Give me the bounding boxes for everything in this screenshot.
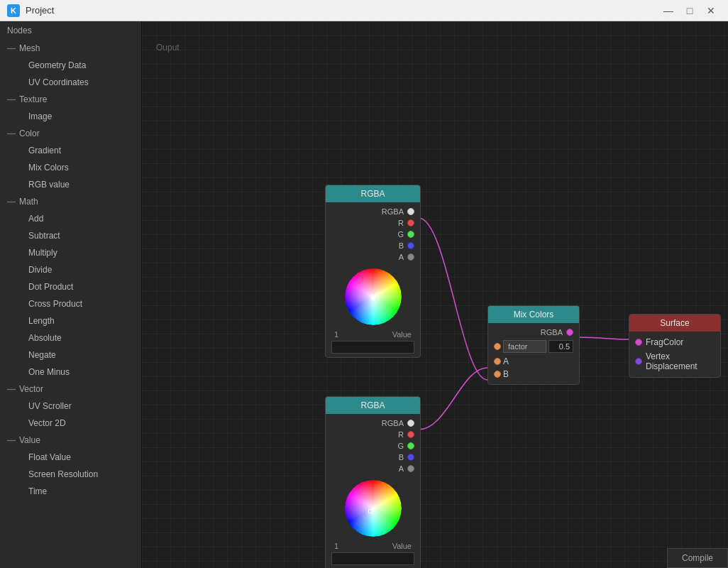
- surface-frag-port[interactable]: [635, 339, 642, 346]
- rgba1-port-g: G: [331, 229, 414, 240]
- titlebar: K Project — □ ✕: [0, 0, 728, 21]
- app-title: Project: [26, 5, 658, 16]
- rgba2-port-rgba: RGBA: [331, 417, 414, 429]
- sidebar-item-float-value[interactable]: Float Value: [0, 449, 141, 466]
- mix-colors-header: Mix Colors: [488, 306, 579, 323]
- rgba1-value-label: Value: [392, 330, 412, 339]
- sidebar-item-one-minus[interactable]: One Minus: [0, 364, 141, 381]
- sidebar-item-length[interactable]: Length: [0, 312, 141, 329]
- sidebar-item-divide[interactable]: Divide: [0, 261, 141, 278]
- sidebar-item-vector-2d[interactable]: Vector 2D: [0, 415, 141, 432]
- rgba1-header: RGBA: [326, 185, 420, 202]
- rgba1-color-wheel-cursor: [371, 295, 375, 299]
- rgba1-port-b: B: [331, 240, 414, 251]
- connections-svg: [142, 21, 728, 568]
- rgba2-value-input[interactable]: [331, 552, 414, 565]
- rgba2-r-port[interactable]: [407, 431, 414, 438]
- app-logo: K: [7, 4, 20, 17]
- rgba2-body: RGBA R G B A: [326, 414, 420, 568]
- mix-factor-value: 0.5: [548, 340, 573, 353]
- mix-rgba-port[interactable]: [566, 329, 573, 336]
- rgba2-color-wheel-overlay: [345, 480, 402, 537]
- rgba1-color-wheel-container: [331, 263, 414, 328]
- sidebar-section-vector: — Vector: [0, 381, 141, 398]
- rgba1-value-number: 1: [334, 330, 338, 339]
- surface-body: FragColor Vertex Displacement: [629, 332, 720, 377]
- sidebar-item-add[interactable]: Add: [0, 210, 141, 227]
- rgba1-port-r: R: [331, 217, 414, 229]
- rgba2-port-b: B: [331, 452, 414, 463]
- rgba1-value-row: 1 Value: [331, 328, 414, 341]
- rgba1-rgba-port[interactable]: [407, 208, 414, 215]
- sidebar-item-mix-colors[interactable]: Mix Colors: [0, 159, 141, 176]
- sidebar-item-subtract[interactable]: Subtract: [0, 227, 141, 244]
- rgba2-g-port[interactable]: [407, 442, 414, 449]
- surface-node: Surface FragColor Vertex Displacement: [629, 314, 721, 378]
- rgba1-body: RGBA R G B A: [326, 202, 420, 357]
- mix-b-row: B: [494, 368, 573, 381]
- mix-factor-port[interactable]: [494, 343, 501, 350]
- rgba2-port-a: A: [331, 463, 414, 474]
- sidebar-section-mesh: — Mesh: [0, 40, 141, 57]
- mix-factor-label: factor: [503, 340, 546, 353]
- sidebar-item-image[interactable]: Image: [0, 108, 141, 125]
- surface-vertex-row: Vertex Displacement: [635, 349, 715, 373]
- canvas-area[interactable]: Ouput RGBA RGBA R G B: [142, 21, 728, 568]
- rgba1-g-port[interactable]: [407, 231, 414, 238]
- surface-frag-row: FragColor: [635, 335, 715, 349]
- sidebar-section-value: — Value: [0, 432, 141, 449]
- sidebar-item-time[interactable]: Time: [0, 483, 141, 500]
- rgba2-color-wheel[interactable]: [345, 480, 402, 537]
- sidebar-item-negate[interactable]: Negate: [0, 346, 141, 364]
- surface-vertex-port[interactable]: [635, 358, 642, 365]
- sidebar: Nodes — MeshGeometry DataUV Coordinates—…: [0, 21, 142, 568]
- sidebar-item-uv-scroller[interactable]: UV Scroller: [0, 398, 141, 415]
- rgba2-value-label: Value: [392, 542, 412, 550]
- mix-a-label: A: [503, 356, 509, 366]
- compile-button[interactable]: Compile: [667, 548, 728, 568]
- rgba1-a-port[interactable]: [407, 253, 414, 261]
- rgba2-port-r: R: [331, 429, 414, 440]
- sidebar-section-color: — Color: [0, 125, 141, 142]
- rgba2-a-port[interactable]: [407, 465, 414, 472]
- rgba1-port-rgba: RGBA: [331, 206, 414, 217]
- mix-a-port[interactable]: [494, 358, 501, 365]
- sidebar-item-geometry-data[interactable]: Geometry Data: [0, 57, 141, 74]
- sidebar-item-cross-product[interactable]: Cross Product: [0, 295, 141, 312]
- sidebar-header: Nodes: [0, 21, 141, 40]
- surface-frag-label: FragColor: [646, 337, 683, 347]
- sidebar-section-texture: — Texture: [0, 91, 141, 108]
- rgba1-color-wheel[interactable]: [345, 268, 402, 325]
- mix-colors-node: Mix Colors RGBA factor 0.5 A B: [487, 305, 580, 385]
- rgba2-rgba-port[interactable]: [407, 420, 414, 427]
- rgba2-value-row: 1 Value: [331, 540, 414, 552]
- rgba2-color-wheel-cursor: [368, 509, 373, 513]
- surface-header: Surface: [629, 315, 720, 332]
- rgba2-b-port[interactable]: [407, 454, 414, 461]
- mix-b-port[interactable]: [494, 371, 501, 378]
- mix-colors-body: RGBA factor 0.5 A B: [488, 323, 579, 384]
- mix-b-label: B: [503, 369, 509, 379]
- sidebar-item-absolute[interactable]: Absolute: [0, 329, 141, 346]
- mix-a-row: A: [494, 355, 573, 368]
- sidebar-item-screen-resolution[interactable]: Screen Resolution: [0, 466, 141, 483]
- main-layout: Nodes — MeshGeometry DataUV Coordinates—…: [0, 21, 728, 568]
- sidebar-item-multiply[interactable]: Multiply: [0, 244, 141, 261]
- rgba1-port-a: A: [331, 251, 414, 263]
- sidebar-item-dot-product[interactable]: Dot Product: [0, 278, 141, 295]
- maximize-button[interactable]: □: [680, 3, 700, 18]
- rgba1-r-port[interactable]: [407, 219, 414, 226]
- rgba2-color-wheel-container: [331, 474, 414, 540]
- rgba1-b-port[interactable]: [407, 242, 414, 249]
- sidebar-section-math: — Math: [0, 193, 141, 210]
- sidebar-item-gradient[interactable]: Gradient: [0, 142, 141, 159]
- minimize-button[interactable]: —: [658, 3, 678, 18]
- sidebar-item-uv-coordinates[interactable]: UV Coordinates: [0, 74, 141, 91]
- mix-rgba-port-row: RGBA: [494, 327, 573, 338]
- close-button[interactable]: ✕: [701, 3, 721, 18]
- rgba-node-2: RGBA RGBA R G B A: [325, 396, 421, 568]
- surface-vertex-label: Vertex Displacement: [646, 351, 715, 371]
- sidebar-item-rgb-value[interactable]: RGB value: [0, 176, 141, 193]
- rgba1-value-input[interactable]: [331, 341, 414, 354]
- rgba2-port-g: G: [331, 440, 414, 452]
